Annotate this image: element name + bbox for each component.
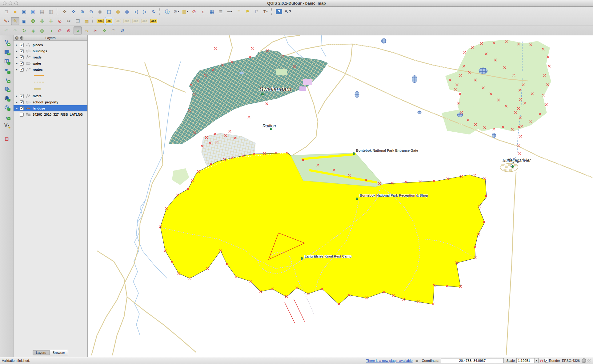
expander-icon[interactable]: ▸ [16,43,20,46]
select-by-expression-button[interactable]: ε [199,7,207,15]
panel-tab-browser[interactable]: Browser [50,350,68,355]
change-label-button[interactable]: abc [141,17,149,25]
label-properties-button[interactable]: abc [150,17,158,25]
map-refresh-button[interactable]: ↻ [150,7,158,15]
stop-render-icon[interactable]: ⊘ [540,358,543,363]
panel-tab-layers[interactable]: Layers [33,350,50,355]
minimize-window-button[interactable] [9,2,12,5]
layer-visibility-checkbox[interactable]: ✓ [20,43,24,47]
zoom-to-selection-button[interactable]: ◎ [114,7,122,15]
text-annotation-button[interactable]: T▾ [261,7,270,15]
close-window-button[interactable] [3,2,6,5]
new-bookmark-button[interactable]: ⚑ [243,7,252,15]
pan-to-selection-button[interactable]: ✜ [69,7,78,15]
add-wfs-layer-button[interactable]: ◎ [2,103,11,111]
help-button[interactable]: ? [275,7,283,15]
expander-icon[interactable]: ▸ [16,107,20,110]
delete-ring-button[interactable]: ⊘ [56,26,64,34]
current-edits-button[interactable]: ✎▾ [2,17,10,25]
render-checkbox[interactable]: ✓ [544,359,548,362]
copy-features-button[interactable]: ❐ [74,17,82,25]
map-tips-button[interactable]: ❝ [234,7,243,15]
rotate-point-symbols-button[interactable]: ↺ [118,26,126,34]
add-spatialite-layer-button[interactable]: ✒ [2,66,11,74]
new-plugin-link[interactable]: There is a new plugin available [366,359,413,362]
field-calculator-button[interactable]: ≣ [217,7,225,15]
layer-item-3420C_2010_327_RGB_LATLNG[interactable]: 3420C_2010_327_RGB_LATLNG [14,111,87,118]
add-oracle-layer-button[interactable]: ◗ [2,75,11,83]
zoom-window-button[interactable] [14,2,18,5]
crs-status-icon[interactable] [582,358,586,363]
layer-visibility-checkbox[interactable]: ✓ [20,68,24,72]
plugin-icon[interactable]: ◙ [416,358,418,363]
reshape-features-button[interactable]: ▱ [82,26,91,34]
expander-icon[interactable]: ▸ [16,101,20,104]
map-canvas[interactable]: SwellendamRailtonBontebok National Park … [88,35,593,357]
split-features-button[interactable]: ✂ [91,26,100,34]
rotate-label-button[interactable]: abc [132,17,140,25]
new-print-composer-button[interactable]: ▤ [38,7,46,15]
layer-visibility-checkbox[interactable]: ✓ [20,55,24,59]
zoom-next-button[interactable]: ▷ [141,7,149,15]
zoom-full-button[interactable]: ◰ [105,7,113,15]
move-label-button[interactable]: abc [123,17,131,25]
add-raster-layer-button[interactable]: ▦ [2,48,11,56]
add-part-button[interactable]: ◑ [47,26,55,34]
show-bookmarks-button[interactable]: ⚐ [252,7,261,15]
new-shapefile-layer-button[interactable]: V▾ [2,122,11,130]
expander-icon[interactable]: ▸ [16,56,20,59]
open-attribute-table-button[interactable]: ▦ [208,7,216,15]
layer-visibility-checkbox[interactable] [20,113,24,117]
expander-icon[interactable]: ▾ [16,68,20,71]
layer-item-landuse[interactable]: ▸✓✏landuse [14,105,87,111]
labeling-button[interactable]: abc [96,17,104,25]
add-vector-layer-button[interactable]: V [2,38,11,46]
coordinate-input[interactable]: 20.4733,-34.0967 [441,358,504,363]
layer-item-buildings[interactable]: ▸✓buildings [14,48,87,54]
add-postgis-layer-button[interactable]: ◫ [2,57,11,65]
add-feature-button[interactable]: ❂ [29,17,37,25]
layer-item-routes[interactable]: ▾✓routes [14,66,87,73]
zoom-native-button[interactable]: ◉ [96,7,104,15]
new-project-button[interactable]: □ [2,7,10,15]
offset-curve-button[interactable]: ◠ [109,26,118,34]
expander-icon[interactable]: ▸ [16,94,20,98]
open-project-button[interactable]: ■ [11,7,19,15]
merge-features-button[interactable]: ❖ [100,26,109,34]
layer-item-school_property[interactable]: ▸✓school_property [14,99,87,105]
cut-features-button[interactable]: ✂ [65,17,73,25]
whats-this-button[interactable]: ↖? [284,7,292,15]
layer-visibility-checkbox[interactable]: ✓ [20,100,24,104]
layer-item-rivers[interactable]: ▸✓rivers [14,93,87,99]
simplify-feature-button[interactable]: ◈ [29,26,37,34]
select-features-button[interactable]: ▩▾ [181,7,189,15]
fill-ring-button[interactable]: ◕ [74,26,82,34]
save-layer-edits-button[interactable]: ▣ [20,17,28,25]
add-ring-button[interactable]: ◍ [38,26,46,34]
save-project-button[interactable]: ▣ [20,7,28,15]
zoom-in-button[interactable]: ⊕ [78,7,86,15]
layer-visibility-checkbox[interactable]: ✓ [20,106,24,110]
pin-unpin-labels-button[interactable]: ab [105,17,113,25]
pan-map-button[interactable]: ✛ [60,7,69,15]
zoom-to-layer-button[interactable]: ◎ [123,7,131,15]
zoom-last-button[interactable]: ◁ [132,7,140,15]
redo-button[interactable]: ↷ [11,26,19,34]
scale-dropdown-icon[interactable]: ▼ [534,358,538,363]
resize-grip[interactable] [587,359,591,362]
add-wms-layer-button[interactable]: ◍ [2,85,11,93]
expander-icon[interactable]: ▸ [16,50,20,53]
identify-features-button[interactable]: ⓘ [163,7,171,15]
composer-manager-button[interactable]: ▥ [47,7,55,15]
highlight-pinned-labels-button[interactable]: ab [114,17,122,25]
layer-visibility-checkbox[interactable]: ✓ [20,62,24,66]
add-wcs-layer-button[interactable]: ◉ [2,94,11,102]
paste-features-button[interactable]: ▤ [82,17,91,25]
add-delimited-text-layer-button[interactable]: , [2,112,11,120]
expander-icon[interactable]: ▸ [16,62,20,65]
toggle-editing-button[interactable]: ✎ [11,17,19,25]
run-feature-action-button[interactable]: ⚙▾ [172,7,180,15]
delete-part-button[interactable]: ⊗ [65,26,73,34]
rotate-feature-button[interactable]: ↻ [20,26,28,34]
remove-layer-group-button[interactable]: ⊟ [2,135,11,143]
